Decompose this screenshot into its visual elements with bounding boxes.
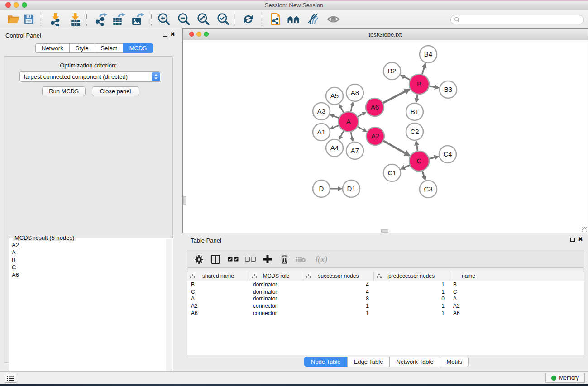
node-D1[interactable]: D1 xyxy=(343,180,360,197)
edge-A6-B[interactable] xyxy=(383,90,409,103)
delete-row-icon[interactable] xyxy=(278,253,290,265)
task-history-button[interactable] xyxy=(5,374,16,383)
tab-network[interactable]: Network xyxy=(35,43,70,53)
node-A2[interactable]: A2 xyxy=(366,127,384,145)
node-C3[interactable]: C3 xyxy=(420,181,437,198)
home-layout-icon[interactable] xyxy=(285,11,302,27)
open-cybrowser-icon[interactable] xyxy=(267,11,284,27)
table-row[interactable]: Bdominator41B xyxy=(187,281,584,288)
edge-A-A5[interactable] xyxy=(339,105,344,112)
open-session-icon[interactable] xyxy=(5,11,22,27)
edge-B-B2[interactable] xyxy=(401,76,410,80)
import-network-icon[interactable] xyxy=(47,11,64,27)
table-settings-icon[interactable] xyxy=(193,253,205,265)
run-mcds-button[interactable]: Run MCDS xyxy=(42,86,86,96)
table-row[interactable]: Cdominator41C xyxy=(187,288,584,295)
refresh-layout-icon[interactable] xyxy=(239,11,257,27)
edge-A-A6[interactable] xyxy=(358,112,366,117)
canvas-scroll-stub[interactable] xyxy=(381,229,388,233)
tab-style[interactable]: Style xyxy=(69,43,95,53)
zoom-fit-icon[interactable] xyxy=(195,11,212,27)
criterion-dropdown[interactable]: largest connected component (directed) xyxy=(19,71,161,82)
unselect-all-checkboxes-icon[interactable] xyxy=(244,253,256,265)
zoom-selected-icon[interactable] xyxy=(215,11,232,27)
result-item[interactable]: A6 xyxy=(9,272,166,279)
column-header-MCDS-role[interactable]: MCDS role xyxy=(249,271,303,281)
tab-edge-table[interactable]: Edge Table xyxy=(347,357,390,367)
edge-A2-C[interactable] xyxy=(383,141,409,155)
node-C2[interactable]: C2 xyxy=(406,123,423,140)
result-scrollbar[interactable] xyxy=(166,239,172,386)
tab-node-table[interactable]: Node Table xyxy=(304,357,348,367)
node-A1[interactable]: A1 xyxy=(313,124,330,141)
edge-A-A3[interactable] xyxy=(331,115,339,118)
node-A8[interactable]: A8 xyxy=(346,84,363,101)
split-columns-icon[interactable] xyxy=(210,253,221,265)
tab-motifs[interactable]: Motifs xyxy=(440,357,469,367)
hide-graphics-details-icon[interactable] xyxy=(304,11,321,27)
window-resize-grip[interactable] xyxy=(582,227,587,232)
column-header-name[interactable]: name xyxy=(449,271,488,281)
export-table-icon[interactable] xyxy=(110,11,127,27)
node-A3[interactable]: A3 xyxy=(313,103,330,120)
edge-A-A2[interactable] xyxy=(358,127,366,131)
edge-C-C3[interactable] xyxy=(422,171,425,180)
edge-C-C1[interactable] xyxy=(401,165,410,169)
column-header-successor-nodes[interactable]: successor nodes xyxy=(303,271,374,281)
edge-A-A1[interactable] xyxy=(331,125,339,129)
node-A5[interactable]: A5 xyxy=(326,87,343,105)
table-row[interactable]: Adominator80A xyxy=(187,295,584,303)
edge-A-A4[interactable] xyxy=(339,131,344,139)
canvas-scroll-stub[interactable] xyxy=(183,196,186,205)
column-header-predecessor-nodes[interactable]: predecessor nodes xyxy=(374,271,449,281)
select-all-checkboxes-icon[interactable] xyxy=(227,253,239,265)
edge-C-C4[interactable] xyxy=(429,157,438,159)
tab-network-table[interactable]: Network Table xyxy=(389,357,440,367)
zoom-in-icon[interactable] xyxy=(155,11,172,27)
node-B2[interactable]: B2 xyxy=(383,62,401,80)
close-panel-icon[interactable]: ✖ xyxy=(170,31,175,38)
edge-A-A8[interactable] xyxy=(351,102,353,111)
tab-mcds[interactable]: MCDS xyxy=(123,43,153,53)
float-panel-icon[interactable] xyxy=(163,33,167,37)
edge-B-B3[interactable] xyxy=(430,86,439,88)
node-A6[interactable]: A6 xyxy=(366,98,384,116)
column-header-shared-name[interactable]: shared name xyxy=(187,271,249,281)
float-table-panel-icon[interactable] xyxy=(570,238,575,242)
node-B1[interactable]: B1 xyxy=(406,103,423,120)
result-item[interactable]: A xyxy=(9,249,166,256)
search-field[interactable] xyxy=(450,15,584,24)
edge-A-A7[interactable] xyxy=(351,132,353,141)
node-C4[interactable]: C4 xyxy=(439,146,456,163)
tab-select[interactable]: Select xyxy=(95,43,124,53)
node-A[interactable]: A xyxy=(339,112,359,132)
result-item[interactable]: B xyxy=(9,257,166,264)
memory-button[interactable]: Memory xyxy=(545,373,585,383)
close-panel-button[interactable]: Close panel xyxy=(92,86,139,96)
node-A4[interactable]: A4 xyxy=(326,139,343,157)
table-row[interactable]: A2connector11A2 xyxy=(187,302,584,310)
node-D[interactable]: D xyxy=(313,180,330,197)
import-table-icon[interactable] xyxy=(67,11,84,27)
node-B[interactable]: B xyxy=(409,74,429,94)
node-A7[interactable]: A7 xyxy=(346,142,363,159)
add-column-icon[interactable] xyxy=(262,253,273,265)
export-image-icon[interactable] xyxy=(129,11,146,27)
result-item[interactable]: A2 xyxy=(9,242,166,249)
edge-B-B1[interactable] xyxy=(416,95,418,102)
edge-B-B4[interactable] xyxy=(422,64,425,74)
network-canvas[interactable]: A5A8A3AA1A4A7A6A2B2B4BB3B1C2CC4C1C3DD1 xyxy=(183,40,588,233)
search-input[interactable] xyxy=(460,16,583,24)
save-session-icon[interactable] xyxy=(20,11,37,27)
edge-C-C2[interactable] xyxy=(416,142,417,151)
close-table-panel-icon[interactable]: ✖ xyxy=(578,236,583,243)
node-B3[interactable]: B3 xyxy=(440,81,457,98)
node-C1[interactable]: C1 xyxy=(383,164,401,181)
node-B4[interactable]: B4 xyxy=(420,46,437,63)
table-row[interactable]: A6connector11A6 xyxy=(187,310,584,317)
zoom-out-icon[interactable] xyxy=(175,11,192,27)
show-graphics-details-icon[interactable] xyxy=(325,11,342,27)
export-network-icon[interactable] xyxy=(92,11,109,27)
result-item[interactable]: C xyxy=(9,264,166,271)
node-C[interactable]: C xyxy=(409,151,429,171)
